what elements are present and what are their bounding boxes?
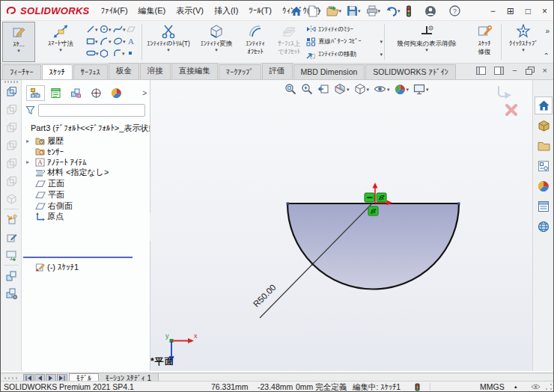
doc-close-button[interactable]: ×: [543, 66, 547, 75]
polygon-tool[interactable]: [100, 49, 113, 58]
appearances-button[interactable]: [535, 177, 553, 195]
arc-tool[interactable]: ▾: [100, 37, 113, 46]
circle-tool[interactable]: ▾: [100, 25, 113, 34]
tag-icon[interactable]: [531, 383, 541, 391]
home-button[interactable]: [288, 3, 305, 19]
restore-button[interactable]: ⊞: [507, 6, 514, 16]
caret-down-icon[interactable]: ▾: [59, 47, 62, 52]
section-view-button[interactable]: ▾: [333, 82, 350, 96]
maximize-button[interactable]: □: [526, 6, 531, 16]
view-orientation-button[interactable]: ▾: [353, 82, 371, 96]
tree-item-annotations[interactable]: ▸ A ｱﾉﾃｰﾄ ｱｲﾃﾑ: [26, 156, 150, 168]
custom-properties-button[interactable]: [535, 197, 553, 215]
dimxpert-manager-tab[interactable]: [87, 85, 106, 101]
expand-arrow-icon[interactable]: ▸: [26, 138, 33, 144]
configuration-manager-tab[interactable]: [67, 85, 85, 101]
doc-minimize-button[interactable]: −: [512, 66, 517, 75]
tab-sheet-metal[interactable]: 板金: [109, 63, 139, 79]
caret-down-icon[interactable]: ▾: [347, 87, 350, 92]
move-entities-button[interactable]: ｴﾝﾃｨﾃｨの移動 ▾: [306, 48, 383, 61]
tree-item-sketch1[interactable]: (-) ｽｹｯﾁ1: [26, 261, 150, 272]
tab-solidworks-addins[interactable]: SOLIDWORKS ｱﾄﾞｲﾝ: [365, 64, 455, 79]
cube-outline-icon[interactable]: [4, 156, 19, 171]
cube-outline-icon[interactable]: [4, 192, 19, 206]
toolbar-drag-handle[interactable]: [4, 81, 18, 83]
fillet-tool[interactable]: ▾: [113, 49, 127, 58]
sketch-cube-icon[interactable]: [4, 230, 19, 245]
zoom-fit-button[interactable]: [284, 82, 297, 96]
view-settings-button[interactable]: ▾: [413, 83, 430, 96]
hide-show-items-button[interactable]: ▾: [373, 83, 391, 95]
tree-item-right-plane[interactable]: 右側面: [26, 200, 150, 212]
home-tab-button[interactable]: [535, 97, 553, 114]
smart-dimension-button[interactable]: ｽﾏｰﾄ寸法 ▾: [37, 22, 85, 62]
relation-badge-coincident[interactable]: [368, 206, 378, 215]
tree-item-front-plane[interactable]: 正面: [26, 178, 150, 189]
rebuild-button[interactable]: [404, 3, 414, 19]
monitor-plus-icon[interactable]: [4, 248, 19, 263]
feature-tree-tab[interactable]: [26, 85, 45, 101]
dock-pane-right-icon[interactable]: [494, 67, 504, 75]
point-tool[interactable]: [127, 49, 140, 57]
trim-entities-button[interactable]: ｴﾝﾃｨﾃｨのﾄﾘﾑ(T) ▾: [144, 22, 193, 62]
caret-down-icon[interactable]: ▾: [426, 87, 429, 92]
sketch-vertex[interactable]: [287, 203, 290, 206]
slot-tool[interactable]: ▾: [86, 49, 100, 58]
menu-insert[interactable]: 挿入(I): [209, 1, 243, 20]
sketch-button[interactable]: ｽｹ... ▾: [2, 22, 35, 62]
tab-surfaces[interactable]: ｻｰﾌｪｽ: [73, 64, 108, 79]
expand-arrow-icon[interactable]: ▸: [26, 159, 33, 165]
tab-evaluate[interactable]: 評価: [262, 63, 293, 79]
tab-markup[interactable]: ﾏｰｸｱｯﾌﾟ: [219, 64, 261, 79]
close-button[interactable]: ×: [542, 6, 547, 16]
linear-pattern-button[interactable]: 直線ﾊﾟﾀｰﾝ ｺﾋﾟｰ ▾: [306, 35, 383, 48]
menu-tools[interactable]: ﾂｰﾙ(T): [243, 1, 277, 20]
rollback-bar[interactable]: [23, 257, 133, 258]
toolbar-collapse-button[interactable]: ⌃: [544, 52, 550, 60]
relation-badge-coincident[interactable]: [377, 193, 386, 202]
tree-root-part[interactable]: Part3 (ﾃﾞﾌｫﾙﾄ<<ﾃﾞﾌｫﾙﾄ>_表示状態: [26, 123, 150, 134]
stacked-cubes-icon[interactable]: [4, 268, 19, 283]
caret-down-icon[interactable]: ▾: [380, 39, 383, 44]
zoom-area-button[interactable]: [300, 82, 314, 96]
cubes-gear-icon[interactable]: [4, 286, 19, 301]
tab-weldments[interactable]: 溶接: [140, 63, 171, 79]
repair-sketch-button[interactable]: ｽｹｯﾁ 修復: [469, 22, 499, 62]
open-button[interactable]: ▾: [324, 3, 344, 19]
previous-view-button[interactable]: [317, 82, 330, 96]
toolbar-overflow-button[interactable]: »: [545, 27, 550, 35]
cube-arrow-icon[interactable]: [4, 212, 19, 227]
caret-down-icon[interactable]: ▾: [215, 47, 218, 52]
text-tool[interactable]: A: [127, 37, 140, 46]
units-selector[interactable]: MMGS: [480, 382, 505, 391]
tab-direct-editing[interactable]: 直接編集: [171, 63, 218, 79]
offset-entities-button[interactable]: ｴﾝﾃｨﾃｨ ｵﾌｾｯﾄ: [239, 22, 272, 62]
cube-view-icon[interactable]: [4, 84, 19, 99]
cube-outline-icon[interactable]: [4, 120, 19, 135]
panel-tab-overflow[interactable]: >: [142, 89, 147, 97]
view-palette-button[interactable]: [535, 157, 553, 175]
file-explorer-button[interactable]: [535, 137, 553, 155]
convert-entities-button[interactable]: ｴﾝﾃｨﾃｨ変換 ▾: [195, 22, 237, 62]
undo-button[interactable]: ▾: [383, 3, 403, 19]
tree-item-sensors[interactable]: ｾﾝｻｰ: [26, 146, 150, 157]
spline-tool[interactable]: ▾: [113, 25, 127, 34]
tree-item-top-plane[interactable]: 平面: [26, 189, 150, 200]
help-button[interactable]: ?: [447, 3, 463, 19]
caret-down-icon[interactable]: ▾: [522, 47, 525, 52]
new-document-button[interactable]: ▾: [305, 3, 323, 19]
caret-down-icon[interactable]: ▾: [167, 47, 170, 52]
sign-in-button[interactable]: [422, 3, 439, 19]
edit-appearance-button[interactable]: ▾: [394, 83, 410, 96]
menu-edit[interactable]: 編集(E): [133, 1, 171, 20]
graphics-viewport[interactable]: ▾ ▾ ▾ ▾ ▾: [150, 80, 532, 371]
sketch-vertex[interactable]: [457, 203, 460, 206]
resize-grip[interactable]: [545, 383, 553, 391]
tree-item-history[interactable]: ▸ 履歴: [26, 135, 150, 147]
caret-down-icon[interactable]: ▾: [380, 52, 383, 57]
doc-restore-icon[interactable]: [526, 67, 535, 75]
minimize-button[interactable]: −: [490, 6, 496, 16]
exit-sketch-icon[interactable]: [495, 85, 514, 101]
relation-badge-horizontal[interactable]: [365, 193, 374, 202]
cube-outline-icon[interactable]: [4, 138, 19, 153]
